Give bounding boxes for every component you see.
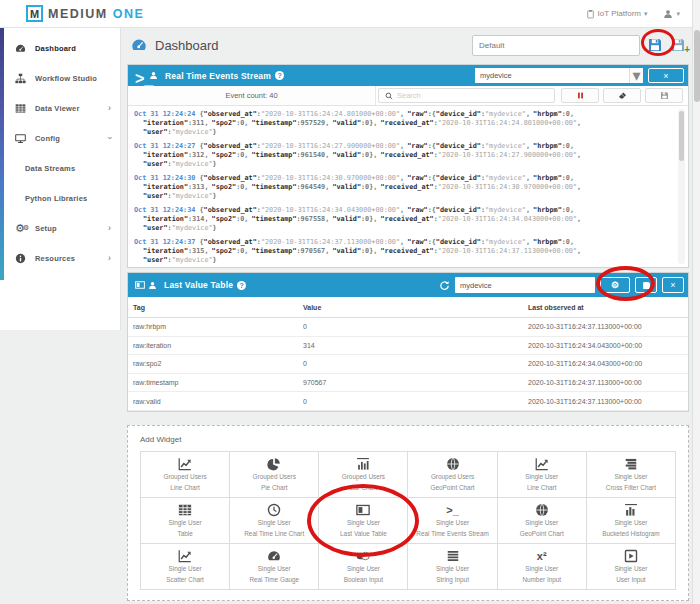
save-widget-button[interactable] — [635, 277, 657, 293]
widget-title: Last Value Table — [164, 280, 233, 290]
value-cell: 970567 — [303, 379, 528, 386]
sidebar-item-label: Dashboard — [35, 44, 76, 53]
eraser-icon — [618, 91, 627, 100]
widget-settings-button[interactable]: ⚙ — [600, 277, 630, 293]
search-box[interactable] — [378, 88, 555, 103]
widget-option[interactable]: Single User GeoPoint Chart — [498, 498, 587, 544]
gauge-icon — [267, 549, 281, 563]
close-widget-button[interactable]: × — [662, 277, 684, 293]
dashboard-icon — [131, 37, 147, 53]
sidebar-item[interactable]: ⚙⚙ Setup › — [0, 213, 120, 243]
widget-option[interactable]: Grouped Users Pie Chart — [230, 452, 319, 498]
gears-icon: ⚙⚙ — [15, 223, 26, 234]
tag-cell: raw:iteration — [128, 342, 303, 349]
x-squared-icon: x² — [535, 549, 549, 563]
search-icon — [385, 92, 393, 100]
dashboard-name-input[interactable] — [472, 35, 640, 56]
table-icon — [135, 280, 145, 290]
log-scrollbar-thumb[interactable] — [679, 111, 684, 161]
widget-option[interactable]: Single User String Input — [408, 544, 497, 590]
widget-option-scope: Single User — [525, 565, 558, 574]
device-select[interactable]: ▾ — [475, 68, 643, 83]
sidebar-item[interactable]: Resources › — [0, 243, 120, 273]
search-input[interactable] — [397, 91, 554, 100]
sidebar-item[interactable]: Python Libraries — [0, 183, 120, 213]
page-header: Dashboard + — [121, 28, 692, 62]
log-entry: Oct 31 12:24:30 {"observed_at":"2020-10-… — [134, 174, 672, 201]
widget-option[interactable]: Single User Bucketed Histogram — [587, 498, 676, 544]
table-row: raw:spo2 0 2020-10-31T16:24:34.043000+00… — [128, 355, 688, 374]
last-observed-cell: 2020-10-31T16:24:34.043000+00:00 — [528, 342, 688, 349]
widget-option-scope: Single User — [258, 519, 291, 528]
widget-option[interactable]: Single User Cross Filter Chart — [587, 452, 676, 498]
platform-menu-label: IoT Platform — [598, 9, 641, 18]
events-stream-header: >_ Real Time Events Stream ? ▾ × — [128, 65, 688, 86]
widget-option[interactable]: >_ Single User Real Time Events Stream — [408, 498, 497, 544]
page-title: Dashboard — [155, 38, 219, 53]
widget-option-name: Boolean Input — [344, 576, 383, 585]
refresh-icon[interactable] — [439, 280, 450, 291]
sidebar-item-label: Data Viewer — [35, 104, 80, 113]
widget-option[interactable]: Grouped Users Bar Chart — [319, 452, 408, 498]
logo-wordmark: MEDIUM ONE — [48, 7, 144, 21]
last-value-table-header: Last Value Table ? ⚙ × — [128, 273, 688, 297]
page-scrollbar[interactable] — [692, 0, 700, 604]
log-json-line: "iteration":313, "spo2":0, "timestamp":9… — [134, 183, 672, 192]
user-menu[interactable]: ▾ — [663, 9, 680, 19]
sidebar-item[interactable]: Workflow Studio — [0, 63, 120, 93]
events-log: Oct 31 12:24:24 {"observed_at":"2020-10-… — [128, 106, 688, 267]
widget-option[interactable]: Single User Line Chart — [498, 452, 587, 498]
log-scrollbar[interactable] — [678, 109, 685, 264]
clear-stream-button[interactable] — [603, 88, 641, 103]
save-stream-button[interactable] — [645, 88, 683, 103]
toggle-icon — [356, 549, 370, 563]
widget-option[interactable]: Single User Scatter Chart — [141, 544, 230, 590]
help-icon[interactable]: ? — [237, 281, 246, 290]
widget-option[interactable]: Grouped Users Line Chart — [141, 452, 230, 498]
widget-option[interactable]: Single User Boolean Input — [319, 544, 408, 590]
widget-option[interactable]: Single User Table — [141, 498, 230, 544]
scatter-chart-icon — [178, 549, 192, 563]
widget-option[interactable]: Single User Real Time Gauge — [230, 544, 319, 590]
value-cell: 0 — [303, 398, 528, 405]
pause-stream-button[interactable] — [561, 88, 599, 103]
sidebar-item[interactable]: Dashboard — [0, 33, 120, 63]
log-json-line: "user":"mydevice"} — [134, 224, 672, 233]
add-widget-title: Add Widget — [140, 435, 676, 444]
sidebar-item[interactable]: Config › — [0, 123, 120, 153]
platform-menu[interactable]: IoT Platform ▾ — [586, 9, 648, 19]
device-select[interactable] — [455, 277, 595, 293]
widget-option-scope: Single User — [614, 565, 647, 574]
widget-option-name: Number Input — [522, 576, 561, 585]
close-widget-button[interactable]: × — [648, 68, 684, 83]
log-timestamp: Oct 31 12:24:24 — [134, 110, 195, 118]
medium-one-logo[interactable]: M MEDIUM ONE — [26, 5, 144, 22]
sidebar-item[interactable]: Data Viewer › — [0, 93, 120, 123]
table-row: raw:iteration 314 2020-10-31T16:24:34.04… — [128, 337, 688, 356]
widget-option[interactable]: Grouped Users GeoPoint Chart — [408, 452, 497, 498]
tag-cell: raw:spo2 — [128, 360, 303, 367]
log-json-line: {"observed_at":"2020-10-31T16:24:37.1130… — [199, 238, 574, 246]
widget-option[interactable]: x² Single User Number Input — [498, 544, 587, 590]
save-as-new-dashboard-button[interactable]: + — [670, 37, 686, 53]
terminal-icon: >_ — [135, 71, 146, 81]
device-input[interactable] — [455, 277, 595, 293]
main-content: Dashboard + >_ Real Time Events Stream ?… — [121, 28, 692, 604]
save-dashboard-button[interactable] — [647, 37, 663, 53]
chevron-down-icon[interactable]: ▾ — [629, 68, 643, 83]
log-json-line: {"observed_at":"2020-10-31T16:24:30.9700… — [199, 174, 574, 182]
widget-option-name: Pie Chart — [261, 484, 288, 493]
table-row: raw:hrbpm 0 2020-10-31T16:24:37.113000+0… — [128, 318, 688, 337]
table-row: raw:timestamp 970567 2020-10-31T16:24:37… — [128, 374, 688, 393]
widget-option[interactable]: Single User Real Time Line Chart — [230, 498, 319, 544]
widget-option-scope: Single User — [614, 519, 647, 528]
device-input[interactable] — [475, 68, 629, 83]
sidebar-item[interactable]: Data Streams — [0, 153, 120, 183]
widget-option[interactable]: Single User Last Value Table — [319, 498, 408, 544]
widget-option-scope: Single User — [436, 519, 469, 528]
page-scrollbar-thumb[interactable] — [694, 30, 700, 102]
log-json-line: "user":"mydevice"} — [134, 128, 672, 137]
line-chart-icon — [535, 457, 549, 471]
widget-option[interactable]: Single User User Input — [587, 544, 676, 590]
help-icon[interactable]: ? — [275, 71, 284, 80]
